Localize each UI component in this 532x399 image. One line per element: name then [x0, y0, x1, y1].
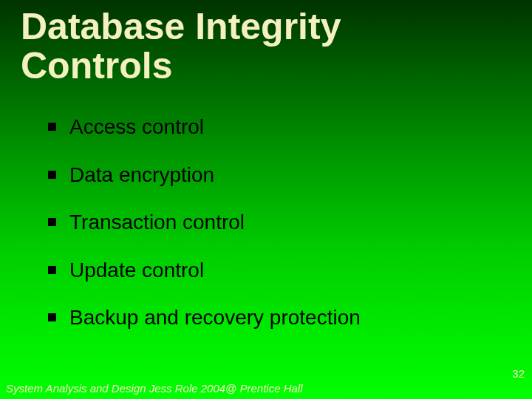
bullet-icon — [48, 218, 56, 226]
slide: Database Integrity Controls Access contr… — [0, 0, 532, 399]
bullet-list: Access control Data encryption Transacti… — [48, 115, 502, 353]
bullet-text: Transaction control — [69, 210, 245, 235]
bullet-text: Access control — [69, 115, 204, 140]
bullet-icon — [48, 171, 56, 179]
page-number: 32 — [512, 367, 525, 380]
bullet-text: Backup and recovery protection — [69, 305, 361, 330]
slide-title: Database Integrity Controls — [21, 7, 502, 85]
list-item: Transaction control — [48, 210, 502, 235]
list-item: Update control — [48, 258, 502, 283]
bullet-icon — [48, 123, 56, 131]
bullet-icon — [48, 313, 56, 321]
bullet-icon — [48, 266, 56, 274]
list-item: Data encryption — [48, 163, 502, 188]
bullet-text: Data encryption — [69, 163, 214, 188]
list-item: Access control — [48, 115, 502, 140]
footer-text: System Analysis and Design Jess Role 200… — [6, 382, 303, 395]
bullet-text: Update control — [69, 258, 204, 283]
list-item: Backup and recovery protection — [48, 305, 502, 330]
